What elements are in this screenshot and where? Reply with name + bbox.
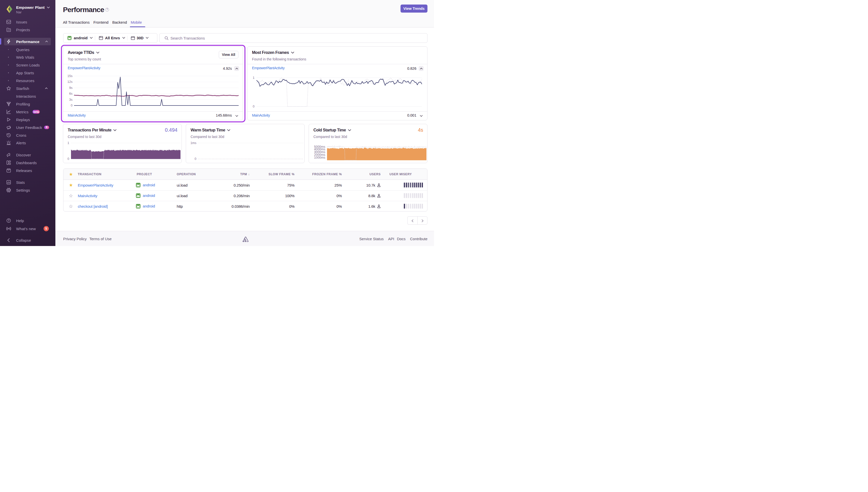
svg-text:0: 0	[195, 157, 196, 161]
svg-text:12s: 12s	[68, 80, 73, 83]
svg-text:1000ms: 1000ms	[314, 156, 325, 159]
svg-text:0: 0	[71, 104, 73, 107]
svg-text:1ms: 1ms	[190, 141, 196, 145]
svg-text:6s: 6s	[69, 92, 73, 95]
svg-text:9s: 9s	[69, 86, 73, 90]
svg-text:3s: 3s	[69, 98, 73, 101]
svg-text:15s: 15s	[68, 75, 73, 78]
svg-text:0: 0	[253, 105, 255, 108]
svg-text:1: 1	[253, 76, 255, 79]
svg-text:1: 1	[68, 141, 69, 145]
svg-text:0: 0	[68, 157, 69, 161]
